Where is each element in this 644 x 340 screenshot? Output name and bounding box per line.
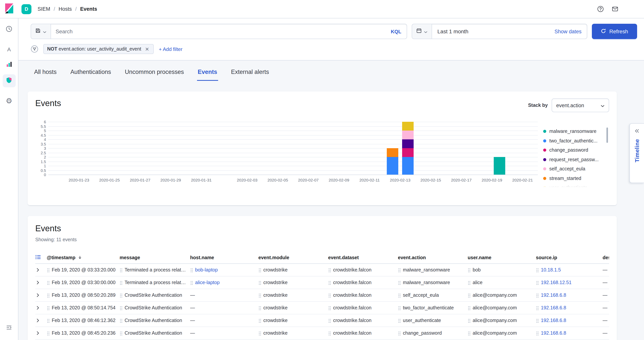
column-header-message[interactable]: message	[120, 255, 190, 260]
tab-events[interactable]: Events	[197, 65, 218, 81]
collapse-nav-button[interactable]	[2, 322, 16, 335]
kql-syntax-button[interactable]: KQL	[386, 28, 407, 34]
cell-action[interactable]: two_factor_authenticate	[398, 305, 468, 311]
nav-siem-button[interactable]	[2, 74, 16, 87]
cell-source_ip[interactable]: 192.168.6.8	[536, 293, 602, 298]
cell-timestamp[interactable]: Feb 13, 2020 @ 08:45:20.236	[47, 331, 120, 336]
cell-user[interactable]: bob	[468, 267, 536, 273]
bar-segment-two_factor_authenticate[interactable]	[402, 157, 414, 174]
chart-bar-2020-02-12[interactable]	[387, 148, 398, 174]
breadcrumb-hosts[interactable]: Hosts	[59, 6, 72, 12]
cell-message[interactable]: CrowdStrike Authentication	[120, 318, 190, 323]
cell-dataset[interactable]: crowdstrike.falcon	[328, 293, 398, 298]
cell-action[interactable]: self_accept_eula	[398, 293, 468, 298]
bar-segment-user_authenticate[interactable]	[402, 122, 414, 131]
cell-user[interactable]: alice@company.com	[468, 305, 536, 311]
field-browser-button[interactable]	[35, 254, 47, 261]
cell-action[interactable]: malware_ransomware	[398, 267, 468, 273]
cell-source_ip[interactable]: 192.168.6.8	[536, 318, 602, 323]
refresh-button[interactable]: Refresh	[592, 24, 637, 39]
cell-message[interactable]: CrowdStrike Authentication	[120, 305, 190, 311]
nav-visualize-button[interactable]	[2, 59, 16, 72]
timeline-toggle-button[interactable]: Timeline	[630, 123, 644, 183]
cell-source_ip[interactable]: 192.168.12.51	[536, 280, 602, 285]
cell-dataset[interactable]: crowdstrike.falcon	[328, 318, 398, 323]
cell-dataset[interactable]: crowdstrike.falcon	[328, 305, 398, 311]
bar-segment-stream_started[interactable]	[387, 148, 398, 157]
cell-timestamp[interactable]: Feb 19, 2020 @ 03:30:00.000	[47, 280, 120, 285]
legend-item-two_factor_authenticate[interactable]: two_factor_authentic...	[543, 136, 609, 146]
cell-module[interactable]: crowdstrike	[258, 267, 328, 273]
nav-app-a-button[interactable]: A	[2, 43, 16, 56]
column-header-sourceip[interactable]: source.ip	[536, 255, 602, 260]
cell-timestamp[interactable]: Feb 13, 2020 @ 08:50:14.754	[47, 305, 120, 311]
kibana-logo[interactable]	[0, 0, 18, 18]
cell-message[interactable]: Terminated a process relate...	[120, 280, 190, 285]
tab-uncommon-processes[interactable]: Uncommon processes	[124, 65, 184, 81]
newsfeed-button[interactable]	[612, 6, 618, 12]
cell-timestamp[interactable]: Feb 13, 2020 @ 08:50:20.289	[47, 293, 120, 298]
cell-source_ip[interactable]: 192.168.6.8	[536, 305, 602, 311]
cell-user[interactable]: alice@company.com	[468, 293, 536, 298]
bar-segment-request_reset_password[interactable]	[402, 139, 414, 148]
breadcrumb-siem[interactable]: SIEM	[38, 6, 50, 12]
cell-timestamp[interactable]: Feb 13, 2020 @ 08:46:12.362	[47, 318, 120, 323]
filter-pill[interactable]: NOT event.action: user_activity_audit_ev…	[43, 44, 154, 54]
cell-timestamp[interactable]: Feb 19, 2020 @ 03:33:20.000	[47, 267, 120, 273]
column-header-eventdataset[interactable]: event.dataset	[328, 255, 398, 260]
nav-management-button[interactable]: ⚙	[2, 94, 16, 107]
cell-host[interactable]: bob-laptop	[190, 267, 258, 273]
tab-authentications[interactable]: Authentications	[70, 65, 112, 81]
expand-row-button[interactable]	[35, 267, 47, 273]
legend-item-request_reset_password[interactable]: request_reset_passw...	[543, 155, 609, 164]
stack-by-select[interactable]: event.action	[552, 98, 609, 112]
tab-all-hosts[interactable]: All hosts	[33, 65, 57, 81]
column-header-timestamp[interactable]: @timestamp	[47, 255, 120, 260]
cell-module[interactable]: crowdstrike	[258, 280, 328, 285]
column-header-eventmodule[interactable]: event.module	[258, 255, 328, 260]
cell-action[interactable]: malware_ransomware	[398, 280, 468, 285]
remove-filter-icon[interactable]: ✕	[144, 46, 150, 52]
cell-module[interactable]: crowdstrike	[258, 305, 328, 311]
add-filter-button[interactable]: + Add filter	[159, 46, 182, 52]
cell-message[interactable]: CrowdStrike Authentication	[120, 331, 190, 336]
bar-segment-two_factor_authenticate[interactable]	[387, 157, 398, 174]
cell-module[interactable]: crowdstrike	[258, 293, 328, 298]
legend-item-change_password[interactable]: change_password	[543, 146, 609, 155]
expand-row-button[interactable]	[35, 331, 47, 336]
legend-item-self_accept_eula[interactable]: self_accept_eula	[543, 164, 609, 174]
column-header-destinationip[interactable]: destination.ip	[602, 255, 609, 260]
cell-host[interactable]: alice-laptop	[190, 280, 258, 285]
legend-item-user_authenticate[interactable]: user_authenticate	[543, 183, 609, 189]
show-dates-button[interactable]: Show dates	[549, 28, 587, 34]
cell-user[interactable]: alice@company.com	[468, 331, 536, 336]
cell-dataset[interactable]: crowdstrike.falcon	[328, 267, 398, 273]
recently-viewed-button[interactable]	[2, 23, 16, 36]
bar-segment-self_accept_eula[interactable]	[402, 131, 414, 139]
legend-item-malware_ransomware[interactable]: malware_ransomware	[543, 127, 609, 136]
cell-action[interactable]: user_authenticate	[398, 318, 468, 323]
cell-module[interactable]: crowdstrike	[258, 331, 328, 336]
space-avatar[interactable]: D	[22, 4, 32, 14]
chart-bar-2020-02-19[interactable]	[494, 157, 505, 174]
cell-user[interactable]: alice@company.com	[468, 318, 536, 323]
bar-segment-malware_ransomware[interactable]	[494, 157, 505, 174]
cell-module[interactable]: crowdstrike	[258, 318, 328, 323]
chart-bar-2020-02-13[interactable]	[402, 122, 414, 174]
expand-row-button[interactable]	[35, 305, 47, 311]
cell-dataset[interactable]: crowdstrike.falcon	[328, 280, 398, 285]
column-header-hostname[interactable]: host.name	[190, 255, 258, 260]
cell-source_ip[interactable]: 192.168.6.8	[536, 331, 602, 336]
bar-segment-change_password[interactable]	[402, 148, 414, 157]
cell-dataset[interactable]: crowdstrike.falcon	[328, 331, 398, 336]
cell-action[interactable]: change_password	[398, 331, 468, 336]
cell-source_ip[interactable]: 10.18.1.5	[536, 267, 602, 273]
filter-menu-button[interactable]	[31, 45, 38, 53]
legend-item-stream_started[interactable]: stream_started	[543, 174, 609, 183]
expand-row-button[interactable]	[35, 280, 47, 285]
legend-scrollbar[interactable]	[606, 128, 608, 143]
search-input[interactable]	[51, 28, 386, 34]
column-header-eventaction[interactable]: event.action	[398, 255, 468, 260]
cell-message[interactable]: Terminated a process relate...	[120, 267, 190, 273]
column-header-username[interactable]: user.name	[468, 255, 536, 260]
